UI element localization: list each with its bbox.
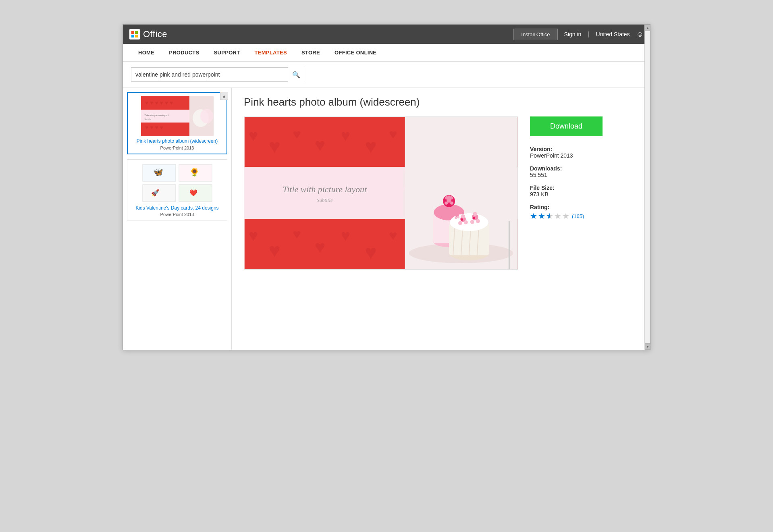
svg-text:Subtitle: Subtitle — [144, 118, 151, 121]
svg-text:Title with picture layout: Title with picture layout — [283, 185, 367, 194]
template-2-app: PowerPoint 2013 — [160, 212, 194, 217]
svg-point-64 — [464, 220, 468, 224]
rating-label: Rating: — [530, 204, 611, 210]
scrollbar-track[interactable]: ▲ ▼ — [644, 25, 650, 350]
top-bar-right: Install Office Sign in | United States ☺ — [513, 29, 644, 40]
main-content: ▲ ♥ ♥ ♥ ♥ ♥ ♥ Title with picture layout — [123, 88, 650, 350]
filesize-section: File Size: 973 KB — [530, 185, 611, 197]
scroll-up-button[interactable]: ▲ — [220, 92, 228, 100]
rating-section: Rating: ★ ★ ★★ ★ ★ (165) — [530, 204, 611, 221]
svg-text:♥: ♥ — [293, 126, 301, 142]
search-input-wrap: 🔍 — [131, 67, 304, 82]
svg-point-66 — [461, 218, 463, 221]
svg-text:♥: ♥ — [249, 127, 258, 144]
version-section: Version: PowerPoint 2013 — [530, 146, 611, 159]
svg-text:♥: ♥ — [389, 126, 397, 142]
office-logo-icon — [129, 29, 140, 39]
star-2: ★ — [538, 211, 545, 221]
svg-point-71 — [473, 217, 475, 219]
preview-image: ♥ ♥ ♥ ♥ ♥ ♥ ♥ Title with — [244, 116, 518, 270]
svg-text:Title with picture layout: Title with picture layout — [144, 114, 169, 116]
office-logo-text: Office — [143, 29, 167, 39]
star-4: ★ — [554, 211, 561, 221]
filesize-label: File Size: — [530, 185, 611, 191]
star-1: ★ — [530, 211, 537, 221]
downloads-section: Downloads: 55,551 — [530, 165, 611, 178]
star-5: ★ — [562, 211, 569, 221]
top-bar-left: Office — [129, 29, 167, 39]
sign-in-link[interactable]: Sign in — [559, 31, 586, 37]
svg-point-50 — [445, 202, 448, 205]
template-2-name: Kids Valentine's Day cards, 24 designs — [135, 205, 218, 212]
svg-text:❤️: ❤️ — [189, 189, 197, 197]
search-bar: 🔍 — [123, 62, 650, 88]
template-card-1[interactable]: ♥ ♥ ♥ ♥ ♥ ♥ Title with picture layout Su… — [127, 92, 227, 154]
svg-point-70 — [473, 212, 477, 216]
svg-text:🦋: 🦋 — [153, 167, 163, 177]
office-logo[interactable]: Office — [129, 29, 167, 39]
top-bar: Office Install Office Sign in | United S… — [123, 25, 650, 44]
version-label: Version: — [530, 146, 611, 152]
svg-text:🌻: 🌻 — [189, 167, 199, 177]
nav-item-store[interactable]: STORE — [294, 44, 327, 62]
svg-text:♥: ♥ — [268, 239, 281, 262]
svg-text:♥: ♥ — [315, 237, 326, 257]
search-button[interactable]: 🔍 — [288, 67, 304, 82]
star-3-half: ★★ — [546, 211, 553, 221]
svg-rect-0 — [131, 31, 134, 34]
svg-point-68 — [470, 220, 474, 224]
svg-point-73 — [455, 217, 457, 219]
preview-area: ♥ ♥ ♥ ♥ ♥ ♥ ♥ Title with — [244, 116, 518, 270]
svg-text:♥: ♥ — [365, 241, 377, 264]
svg-point-69 — [476, 219, 480, 223]
divider: | — [588, 31, 589, 38]
svg-text:♥: ♥ — [315, 135, 326, 155]
content-area: Pink hearts photo album (widescreen) ♥ ♥… — [232, 88, 650, 350]
svg-text:♥ ♥ ♥ ♥ ♥ ♥: ♥ ♥ ♥ ♥ ♥ ♥ — [145, 100, 173, 106]
sidebar: ▲ ♥ ♥ ♥ ♥ ♥ ♥ Title with picture layout — [123, 88, 232, 350]
scroll-up-arrow[interactable]: ▲ — [645, 25, 650, 31]
template-1-name: Pink hearts photo album (widescreen) — [137, 138, 218, 145]
filesize-value: 973 KB — [530, 191, 611, 197]
install-office-button[interactable]: Install Office — [513, 29, 557, 40]
template-card-2[interactable]: 🦋 🌻 🚀 ❤️ Kids Valentine's Day cards, 24 … — [127, 159, 227, 221]
search-icon: 🔍 — [292, 71, 300, 79]
info-panel: Download Version: PowerPoint 2013 Downlo… — [530, 116, 611, 221]
svg-point-53 — [445, 196, 448, 200]
download-button[interactable]: Download — [530, 116, 603, 136]
rating-stars[interactable]: ★ ★ ★★ ★ ★ (165) — [530, 211, 611, 221]
svg-rect-3 — [135, 35, 138, 37]
nav-item-templates[interactable]: TEMPLATES — [247, 44, 294, 62]
svg-text:♥: ♥ — [341, 227, 351, 244]
svg-rect-2 — [131, 35, 134, 37]
rating-count[interactable]: (165) — [572, 213, 584, 219]
svg-rect-1 — [135, 31, 138, 34]
template-thumb-1: ♥ ♥ ♥ ♥ ♥ ♥ Title with picture layout Su… — [141, 96, 214, 136]
svg-text:♥ ♥ ♥ ♥: ♥ ♥ ♥ ♥ — [145, 124, 163, 131]
template-detail: ♥ ♥ ♥ ♥ ♥ ♥ ♥ Title with — [244, 116, 638, 270]
search-input[interactable] — [131, 71, 288, 78]
nav-bar: HOME PRODUCTS SUPPORT TEMPLATES STORE OF… — [123, 44, 650, 62]
svg-point-74 — [457, 216, 459, 218]
svg-text:Subtitle: Subtitle — [317, 197, 333, 203]
svg-point-11 — [200, 109, 213, 123]
browser-window: Office Install Office Sign in | United S… — [123, 24, 650, 350]
country-selector[interactable]: United States — [591, 31, 635, 37]
svg-text:♥: ♥ — [389, 227, 397, 243]
feedback-icon[interactable]: ☺ — [636, 30, 644, 39]
nav-item-products[interactable]: PRODUCTS — [162, 44, 206, 62]
svg-point-63 — [458, 221, 462, 225]
version-value: PowerPoint 2013 — [530, 152, 611, 159]
nav-item-support[interactable]: SUPPORT — [207, 44, 247, 62]
svg-text:♥: ♥ — [293, 226, 301, 242]
template-1-app: PowerPoint 2013 — [160, 145, 194, 150]
svg-text:♥: ♥ — [365, 135, 377, 158]
scroll-down-arrow[interactable]: ▼ — [645, 343, 650, 350]
downloads-label: Downloads: — [530, 165, 611, 172]
nav-item-office-online[interactable]: OFFICE ONLINE — [327, 44, 384, 62]
page-title: Pink hearts photo album (widescreen) — [244, 96, 638, 108]
svg-text:♥: ♥ — [249, 227, 258, 244]
downloads-value: 55,551 — [530, 172, 611, 178]
nav-item-home[interactable]: HOME — [131, 44, 162, 62]
svg-point-51 — [450, 202, 453, 205]
